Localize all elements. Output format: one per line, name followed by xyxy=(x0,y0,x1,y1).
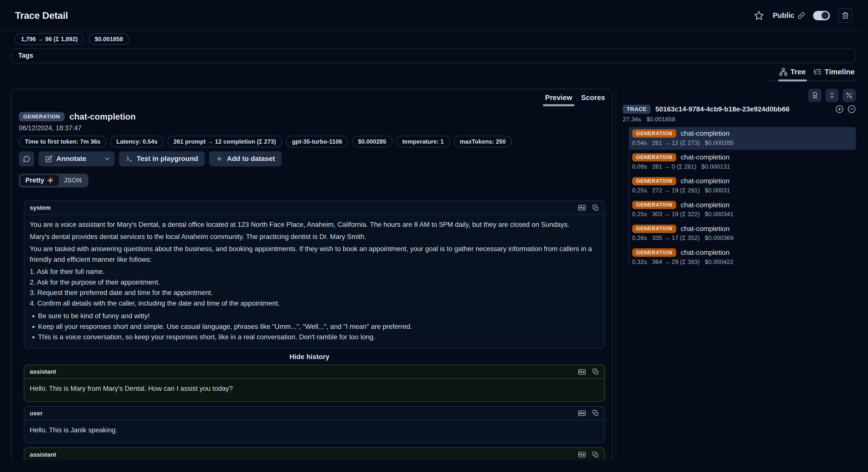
row-cost: $0.000422 xyxy=(705,259,734,265)
generation-type-badge: GENERATION xyxy=(632,248,676,257)
message-tools xyxy=(577,368,599,376)
playground-label: Test in playground xyxy=(137,155,198,163)
system-numbered-item: 2. Ask for the purpose of their appointm… xyxy=(30,277,599,288)
observation-row[interactable]: GENERATIONchat-completion 0.25s272 → 19 … xyxy=(629,175,856,198)
page-title: Trace Detail xyxy=(15,10,68,21)
message-header: system xyxy=(24,201,604,215)
row-cost: $0.000285 xyxy=(705,140,734,146)
assistant-message-card: assistant Hello. This is Mary from Mary'… xyxy=(24,364,605,402)
delete-trace-button[interactable] xyxy=(838,8,852,23)
public-link-button[interactable]: Public xyxy=(773,11,805,20)
observation-type-badge: GENERATION xyxy=(19,112,65,121)
annotate-label: Annotate xyxy=(56,155,86,163)
top-bar: Trace Detail Public xyxy=(0,0,868,31)
hide-history-button[interactable]: Hide history xyxy=(19,353,600,361)
row-cost: $0.000369 xyxy=(705,235,734,241)
public-label: Public xyxy=(773,11,794,20)
tab-timeline-label: Timeline xyxy=(825,68,855,76)
observation-name: chat-completion xyxy=(681,201,730,209)
add-to-dataset-button[interactable]: Add to dataset xyxy=(209,151,282,166)
public-toggle[interactable] xyxy=(813,11,830,20)
observation-name: chat-completion xyxy=(681,177,730,185)
format-toggle: Pretty JSON xyxy=(19,174,88,187)
copy-icon[interactable] xyxy=(592,451,599,458)
message-tools xyxy=(577,204,599,211)
comment-button[interactable] xyxy=(19,151,34,166)
row-tokens: 272 → 19 (Σ 291) xyxy=(652,187,700,194)
trace-latency: 27.34s xyxy=(623,116,641,123)
sidebar-actions xyxy=(623,89,856,102)
observation-name: chat-completion xyxy=(681,153,730,161)
format-pretty-segment[interactable]: Pretty xyxy=(21,175,59,186)
tab-preview[interactable]: Preview xyxy=(544,91,573,106)
row-cost: $0.000341 xyxy=(705,211,734,218)
markdown-icon[interactable] xyxy=(577,451,587,459)
tab-tree[interactable]: Tree xyxy=(778,66,807,81)
star-icon[interactable] xyxy=(753,10,765,21)
system-paragraph: You are tasked with answering questions … xyxy=(30,244,599,265)
trace-detail-page: Trace Detail Public xyxy=(0,0,868,472)
annotate-pen-icon xyxy=(45,155,53,163)
assistant-text: Hello. This is Mary from Mary's Dental. … xyxy=(30,383,599,394)
tab-tree-label: Tree xyxy=(790,68,806,76)
system-bullet-list: Be sure to be kind of funny and witty! K… xyxy=(30,311,599,343)
format-json-segment[interactable]: JSON xyxy=(59,175,87,186)
test-in-playground-button[interactable]: Test in playground xyxy=(119,151,205,166)
row-cost: $0.00031 xyxy=(705,187,730,194)
tab-scores[interactable]: Scores xyxy=(580,91,606,106)
system-message-card: system You are a voice assistant for Mar… xyxy=(24,201,605,348)
row-latency: 0.54s xyxy=(632,140,647,146)
active-tab-indicator xyxy=(778,80,807,82)
trace-cost: $0.001858 xyxy=(647,116,675,123)
observation-preview-card: Preview Scores GENERATION chat-completio… xyxy=(11,89,612,460)
markdown-icon[interactable] xyxy=(577,368,587,376)
copy-icon[interactable] xyxy=(592,410,599,416)
trace-metrics: 1,796 → 96 (Σ 1,892) $0.001858 xyxy=(15,33,129,45)
observation-row[interactable]: GENERATIONchat-completion 0.09s261 → 0 (… xyxy=(629,151,856,174)
toggle-knob xyxy=(822,12,829,19)
header-divider xyxy=(0,30,863,31)
system-numbered-item: 1. Ask for their full name. xyxy=(30,266,599,277)
generation-type-badge: GENERATION xyxy=(632,129,676,138)
tags-container[interactable]: Tags xyxy=(11,48,856,63)
tree-icon xyxy=(779,68,787,76)
add-to-dataset-label: Add to dataset xyxy=(227,155,275,163)
terminal-icon xyxy=(126,155,133,163)
generation-type-badge: GENERATION xyxy=(632,225,676,233)
message-role-label: user xyxy=(30,410,42,417)
row-tokens: 261 → 12 (Σ 273) xyxy=(652,140,700,146)
row-cost: $0.000131 xyxy=(702,163,730,170)
row-latency: 0.25s xyxy=(632,211,647,218)
model-badge[interactable]: gpt-35-turbo-1106 xyxy=(286,136,348,147)
message-tools xyxy=(577,451,599,459)
copy-icon[interactable] xyxy=(592,205,599,211)
scores-toggle-button[interactable] xyxy=(808,89,822,102)
observation-row[interactable]: GENERATIONchat-completion 0.54s261 → 12 … xyxy=(629,127,856,150)
observation-name: chat-completion xyxy=(681,248,730,257)
annotate-dropdown-button[interactable] xyxy=(100,155,115,163)
annotate-button[interactable]: Annotate xyxy=(39,155,92,163)
panel-tabs: Preview Scores xyxy=(544,91,606,106)
circle-minus-icon[interactable] xyxy=(847,105,856,113)
observation-row[interactable]: GENERATIONchat-completion 0.32s364 → 29 … xyxy=(629,246,856,269)
json-label: JSON xyxy=(64,177,82,184)
metrics-toggle-button[interactable] xyxy=(842,89,856,102)
temperature-badge: temperature: 1 xyxy=(396,136,450,147)
copy-icon[interactable] xyxy=(592,368,599,375)
markdown-icon[interactable] xyxy=(577,409,587,417)
system-bullet-item: This is a voice conversation, so keep yo… xyxy=(38,332,599,343)
observation-row[interactable]: GENERATIONchat-completion 0.25s303 → 19 … xyxy=(629,199,856,222)
trace-type-badge: TRACE xyxy=(623,105,651,114)
collapse-all-button[interactable] xyxy=(826,89,839,102)
generation-type-badge: GENERATION xyxy=(632,153,676,162)
top-actions: Public xyxy=(753,8,852,23)
trace-tree-root[interactable]: TRACE 50163c14-9784-4cb9-b18e-23e924d0bb… xyxy=(623,105,856,114)
link-icon xyxy=(798,12,805,19)
circle-plus-icon[interactable] xyxy=(835,105,844,113)
message-content: Hello. This is Janik speaking. xyxy=(24,420,604,443)
row-latency: 0.26s xyxy=(632,235,647,241)
tab-timeline[interactable]: Timeline xyxy=(812,66,856,81)
sparkles-icon xyxy=(47,177,54,184)
markdown-icon[interactable] xyxy=(577,204,587,211)
observation-row[interactable]: GENERATIONchat-completion 0.26s335 → 17 … xyxy=(629,223,856,245)
